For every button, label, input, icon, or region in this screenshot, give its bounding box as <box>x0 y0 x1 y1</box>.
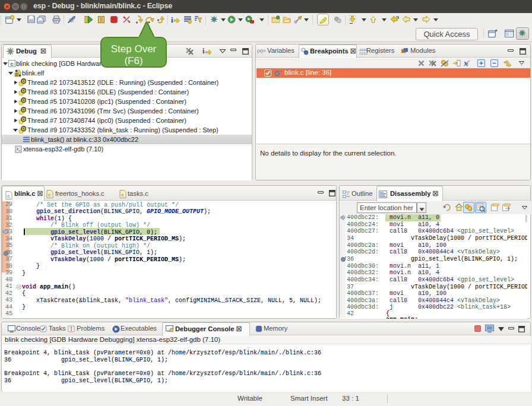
svg-text:c: c <box>7 194 10 199</box>
svg-text:0101: 0101 <box>359 52 368 55</box>
svg-text:c: c <box>48 192 51 198</box>
svg-text:i: i <box>171 15 173 24</box>
svg-text:i: i <box>202 47 205 55</box>
svg-text:c: c <box>121 192 124 198</box>
svg-text:c: c <box>10 61 13 67</box>
